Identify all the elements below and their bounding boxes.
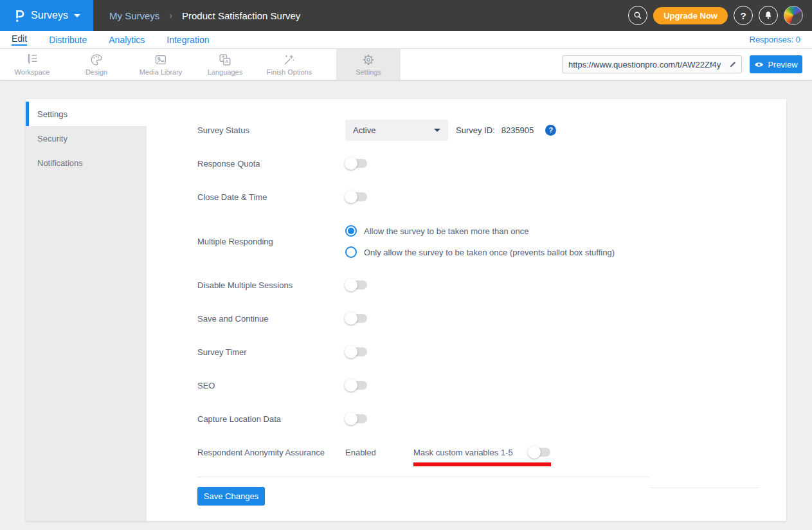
tab-label: Media Library [140, 68, 183, 76]
sidebar-filler [26, 175, 147, 521]
app-name: Surveys [31, 10, 68, 21]
toggle-knob [345, 157, 357, 170]
close-date-time-toggle[interactable] [345, 192, 367, 201]
radio-unselected-icon[interactable] [345, 246, 357, 258]
eye-icon [754, 61, 764, 68]
sidebar-item-settings[interactable]: Settings [26, 102, 147, 126]
radio-option-once[interactable]: Only allow the survey to be taken once (… [345, 246, 615, 258]
image-icon [154, 53, 168, 67]
radio-option-label: Allow the survey to be taken more than o… [364, 226, 529, 236]
toggle-knob [345, 312, 357, 325]
toggle-knob [528, 446, 541, 459]
disable-multiple-sessions-toggle[interactable] [345, 280, 367, 289]
survey-status-select[interactable]: Active [345, 120, 448, 141]
radio-option-multiple[interactable]: Allow the survey to be taken more than o… [345, 225, 615, 237]
edit-url-button[interactable] [725, 56, 741, 73]
settings-content: Survey Status Active Survey ID: 8235905 … [147, 99, 786, 521]
tab-label: Settings [356, 68, 381, 76]
chevron-down-icon [74, 14, 80, 17]
settings-card: Settings Security Notifications Survey S… [26, 99, 786, 521]
sidebar-item-label: Settings [37, 109, 68, 119]
chevron-down-icon [434, 129, 440, 132]
nav-tab-distribute[interactable]: Distribute [49, 35, 87, 45]
gear-icon [361, 53, 375, 67]
notifications-button[interactable] [759, 6, 778, 25]
close-date-time-label: Close Date & Time [197, 192, 345, 202]
radio-selected-icon[interactable] [345, 225, 357, 237]
survey-id-label: Survey ID: [456, 125, 495, 135]
anonymity-label: Respondent Anonymity Assurance [197, 448, 345, 457]
radio-option-label: Only allow the survey to be taken once (… [364, 248, 615, 257]
anonymity-status: Enabled [345, 448, 413, 457]
nav-tab-edit[interactable]: Edit [12, 33, 27, 46]
preview-button[interactable]: Preview [750, 55, 802, 73]
questionpro-logo-icon [13, 8, 25, 24]
save-changes-button[interactable]: Save Changes [197, 487, 265, 506]
nav-tab-integration[interactable]: Integration [167, 35, 209, 45]
product-switcher[interactable]: Surveys [0, 0, 93, 31]
svg-text:A: A [225, 59, 229, 64]
anonymity-row: Respondent Anonymity Assurance Enabled M… [197, 442, 786, 462]
breadcrumb-my-surveys[interactable]: My Surveys [109, 10, 159, 21]
tab-finish-options[interactable]: Finish Options [257, 49, 321, 80]
tab-label: Finish Options [267, 68, 312, 76]
survey-nav: Edit Distribute Analytics Integration Re… [0, 31, 812, 49]
page-title: Product Satisfaction Survey [182, 10, 300, 21]
survey-timer-row: Survey Timer [197, 342, 786, 362]
tab-settings[interactable]: Settings [336, 49, 401, 80]
search-button[interactable] [628, 6, 647, 25]
seo-label: SEO [197, 381, 345, 390]
response-quota-toggle[interactable] [345, 159, 367, 168]
breadcrumb: My Surveys › Product Satisfaction Survey [93, 0, 628, 31]
top-bar: Surveys My Surveys › Product Satisfactio… [0, 0, 812, 31]
multiple-responding-row: Multiple Responding Allow the survey to … [197, 225, 786, 258]
user-avatar[interactable] [784, 6, 803, 25]
seo-row: SEO [197, 375, 786, 396]
survey-id-help-icon[interactable]: ? [545, 125, 556, 136]
save-and-continue-label: Save and Continue [197, 314, 345, 324]
palette-icon [89, 53, 104, 67]
toggle-knob [345, 379, 357, 392]
secondary-divider [649, 488, 759, 488]
sidebar-item-label: Notifications [37, 158, 83, 168]
survey-url-box [562, 55, 742, 73]
toggle-knob [345, 345, 357, 358]
magic-wand-icon [282, 53, 296, 67]
multiple-responding-label: Multiple Responding [197, 237, 345, 246]
mask-custom-variables-toggle[interactable] [528, 448, 550, 457]
topbar-actions: Upgrade Now ? [628, 0, 812, 31]
workspace-icon [25, 53, 39, 67]
search-icon [633, 10, 643, 21]
nav-tab-analytics[interactable]: Analytics [109, 35, 145, 45]
save-and-continue-toggle[interactable] [345, 314, 367, 323]
tab-design[interactable]: Design [64, 49, 129, 80]
disable-multiple-sessions-row: Disable Multiple Sessions [197, 275, 786, 295]
translate-icon: * A [218, 53, 232, 67]
upgrade-now-button[interactable]: Upgrade Now [653, 7, 728, 24]
toggle-knob [345, 279, 357, 291]
multiple-responding-options: Allow the survey to be taken more than o… [345, 225, 615, 258]
page-body: Settings Security Notifications Survey S… [0, 80, 812, 521]
tab-media-library[interactable]: Media Library [129, 49, 193, 80]
capture-location-data-toggle[interactable] [345, 414, 367, 423]
survey-url-input[interactable] [563, 60, 725, 69]
survey-id-value: 8235905 [501, 125, 534, 135]
close-date-time-row: Close Date & Time [197, 187, 786, 207]
survey-status-label: Survey Status [197, 125, 345, 135]
settings-sidebar: Settings Security Notifications [26, 99, 147, 521]
mask-custom-variables-highlighted: Mask custom variables 1-5 [413, 448, 550, 457]
tab-languages[interactable]: * A Languages [193, 49, 257, 80]
toolbar-right: Preview [562, 49, 812, 80]
seo-toggle[interactable] [345, 381, 367, 390]
tab-workspace[interactable]: Workspace [0, 49, 64, 80]
help-button[interactable]: ? [734, 6, 753, 25]
save-and-continue-row: Save and Continue [197, 308, 786, 329]
tab-label: Languages [208, 68, 242, 76]
sidebar-item-notifications[interactable]: Notifications [26, 151, 147, 175]
content-divider [197, 477, 649, 477]
sidebar-item-security[interactable]: Security [26, 126, 147, 151]
disable-multiple-sessions-label: Disable Multiple Sessions [197, 280, 345, 290]
survey-timer-toggle[interactable] [345, 347, 367, 356]
tab-label: Workspace [15, 68, 50, 76]
survey-status-value: Active [353, 125, 375, 135]
